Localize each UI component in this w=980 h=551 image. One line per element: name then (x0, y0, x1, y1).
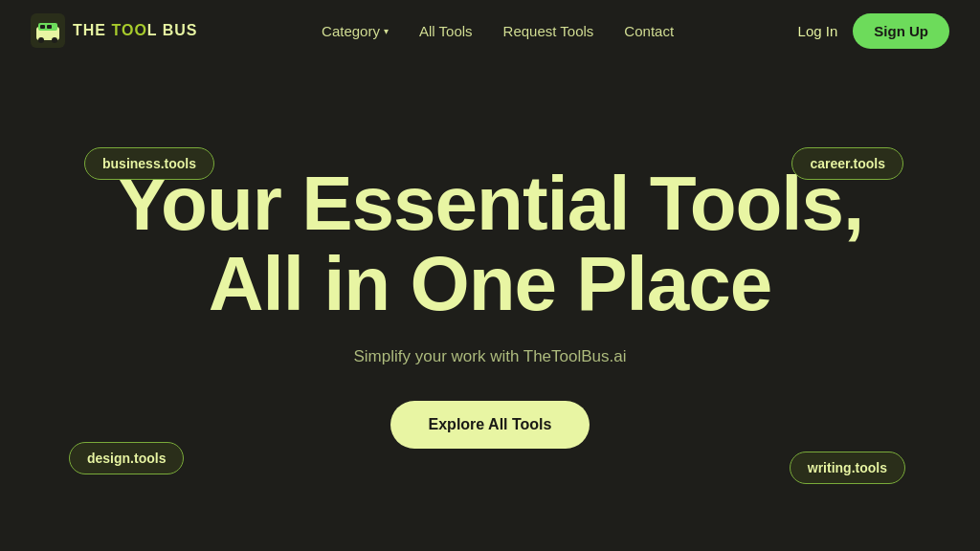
hero-title: Your Essential Tools, All in One Place (98, 164, 882, 324)
svg-rect-5 (40, 25, 45, 29)
explore-button[interactable]: Explore All Tools (390, 401, 590, 449)
login-button[interactable]: Log In (798, 23, 838, 39)
nav-category[interactable]: Category ▾ (322, 23, 389, 39)
hero-section: business.tools career.tools design.tools… (0, 61, 980, 551)
nav-links: Category ▾ All Tools Request Tools Conta… (322, 23, 674, 39)
badge-business: business.tools (84, 147, 214, 180)
badge-career: career.tools (791, 147, 903, 180)
logo-icon (31, 13, 65, 48)
nav-contact[interactable]: Contact (624, 23, 674, 39)
badge-writing: writing.tools (790, 452, 905, 484)
chevron-down-icon: ▾ (384, 26, 389, 36)
svg-point-3 (38, 37, 44, 43)
nav-request-tools[interactable]: Request Tools (503, 23, 594, 39)
svg-rect-6 (47, 25, 52, 29)
svg-point-4 (52, 37, 57, 43)
navbar: THE TOOL BUS Category ▾ All Tools Reques… (0, 0, 980, 61)
badge-design: design.tools (69, 442, 184, 474)
signup-button[interactable]: Sign Up (853, 13, 949, 49)
logo-text: THE TOOL BUS (73, 22, 198, 39)
auth-area: Log In Sign Up (798, 13, 949, 49)
hero-subtitle: Simplify your work with TheToolBus.ai (353, 347, 626, 366)
logo[interactable]: THE TOOL BUS (31, 13, 198, 48)
nav-all-tools[interactable]: All Tools (419, 23, 473, 39)
